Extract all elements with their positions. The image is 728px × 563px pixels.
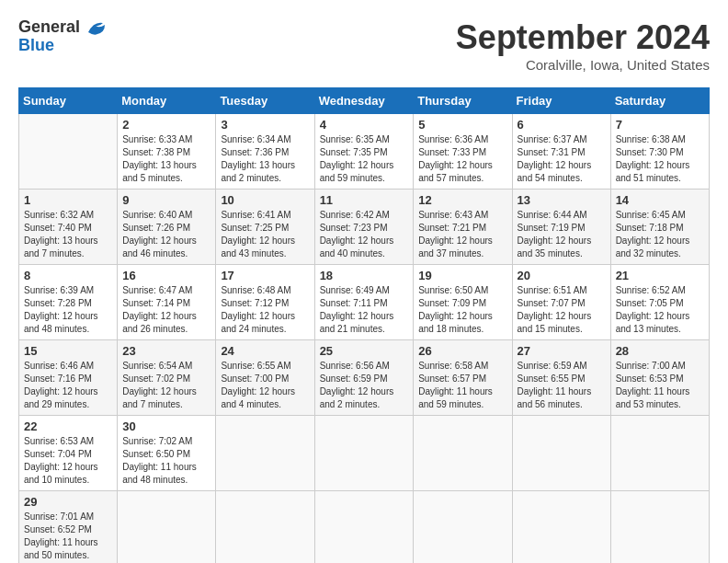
calendar-cell: 4Sunrise: 6:35 AM Sunset: 7:35 PM Daylig…: [314, 114, 414, 190]
day-number: 7: [616, 118, 704, 132]
day-info: Sunrise: 6:39 AM Sunset: 7:28 PM Dayligh…: [24, 284, 112, 336]
day-number: 9: [122, 193, 210, 207]
calendar-cell: [414, 416, 512, 491]
day-info: Sunrise: 6:32 AM Sunset: 7:40 PM Dayligh…: [24, 209, 112, 260]
calendar-cell: 10Sunrise: 6:41 AM Sunset: 7:25 PM Dayli…: [216, 190, 314, 265]
calendar-header-row: Sunday Monday Tuesday Wednesday Thursday…: [19, 88, 710, 114]
calendar-cell: 28Sunrise: 7:00 AM Sunset: 6:53 PM Dayli…: [610, 340, 709, 416]
day-info: Sunrise: 6:35 AM Sunset: 7:35 PM Dayligh…: [320, 133, 409, 185]
calendar-cell: 26Sunrise: 6:58 AM Sunset: 6:57 PM Dayli…: [414, 340, 512, 416]
calendar-cell: 16Sunrise: 6:47 AM Sunset: 7:14 PM Dayli…: [118, 265, 216, 340]
calendar-cell: 5Sunrise: 6:36 AM Sunset: 7:33 PM Daylig…: [414, 114, 512, 190]
day-number: 10: [221, 193, 309, 207]
day-info: Sunrise: 6:45 AM Sunset: 7:18 PM Dayligh…: [616, 209, 704, 260]
header-friday: Friday: [512, 88, 610, 114]
day-info: Sunrise: 6:50 AM Sunset: 7:09 PM Dayligh…: [418, 284, 506, 336]
title-area: September 2024 Coralville, Iowa, United …: [456, 18, 710, 73]
day-info: Sunrise: 6:42 AM Sunset: 7:23 PM Dayligh…: [320, 209, 409, 260]
calendar-cell: 30Sunrise: 7:02 AM Sunset: 6:50 PM Dayli…: [118, 416, 216, 491]
day-info: Sunrise: 6:52 AM Sunset: 7:05 PM Dayligh…: [616, 284, 704, 336]
calendar-cell: 7Sunrise: 6:38 AM Sunset: 7:30 PM Daylig…: [610, 114, 709, 190]
header: General Blue September 2024 Coralville, …: [18, 18, 710, 73]
day-number: 18: [320, 269, 409, 282]
logo-text: General Blue: [18, 18, 107, 55]
calendar-cell: [414, 491, 512, 564]
day-number: 26: [418, 344, 506, 358]
day-number: 21: [616, 269, 704, 282]
calendar-cell: 27Sunrise: 6:59 AM Sunset: 6:55 PM Dayli…: [512, 340, 610, 416]
logo-blue: Blue: [18, 37, 107, 55]
calendar-cell: 14Sunrise: 6:45 AM Sunset: 7:18 PM Dayli…: [610, 190, 709, 265]
header-sunday: Sunday: [19, 88, 118, 114]
day-info: Sunrise: 6:41 AM Sunset: 7:25 PM Dayligh…: [221, 209, 309, 260]
calendar-cell: [314, 491, 414, 564]
calendar-cell: [512, 416, 610, 491]
logo: General Blue: [18, 18, 107, 55]
calendar-cell: 9Sunrise: 6:40 AM Sunset: 7:26 PM Daylig…: [118, 190, 216, 265]
day-info: Sunrise: 6:36 AM Sunset: 7:33 PM Dayligh…: [418, 133, 506, 185]
calendar-cell: [610, 491, 709, 564]
calendar-cell: 21Sunrise: 6:52 AM Sunset: 7:05 PM Dayli…: [610, 265, 709, 340]
calendar-cell: 22Sunrise: 6:53 AM Sunset: 7:04 PM Dayli…: [19, 416, 118, 491]
calendar-row-0: 2Sunrise: 6:33 AM Sunset: 7:38 PM Daylig…: [19, 114, 710, 190]
calendar-cell: 18Sunrise: 6:49 AM Sunset: 7:11 PM Dayli…: [314, 265, 414, 340]
day-info: Sunrise: 6:48 AM Sunset: 7:12 PM Dayligh…: [221, 284, 309, 336]
day-number: 28: [616, 344, 704, 358]
day-number: 23: [122, 344, 210, 358]
calendar-cell: 20Sunrise: 6:51 AM Sunset: 7:07 PM Dayli…: [512, 265, 610, 340]
day-info: Sunrise: 6:49 AM Sunset: 7:11 PM Dayligh…: [320, 284, 409, 336]
calendar-cell: 1Sunrise: 6:32 AM Sunset: 7:40 PM Daylig…: [19, 190, 118, 265]
day-info: Sunrise: 7:00 AM Sunset: 6:53 PM Dayligh…: [616, 360, 704, 411]
calendar-cell: 29Sunrise: 7:01 AM Sunset: 6:52 PM Dayli…: [19, 491, 118, 564]
day-info: Sunrise: 6:47 AM Sunset: 7:14 PM Dayligh…: [122, 284, 210, 336]
calendar-cell: [118, 491, 216, 564]
calendar-cell: 8Sunrise: 6:39 AM Sunset: 7:28 PM Daylig…: [19, 265, 118, 340]
day-number: 15: [24, 344, 112, 358]
calendar-cell: 15Sunrise: 6:46 AM Sunset: 7:16 PM Dayli…: [19, 340, 118, 416]
day-number: 29: [24, 495, 112, 509]
day-number: 13: [518, 193, 606, 207]
day-number: 25: [320, 344, 409, 358]
day-number: 2: [122, 118, 210, 132]
day-info: Sunrise: 6:58 AM Sunset: 6:57 PM Dayligh…: [418, 360, 506, 411]
day-number: 8: [24, 269, 112, 282]
day-number: 3: [221, 118, 309, 132]
calendar-row-2: 8Sunrise: 6:39 AM Sunset: 7:28 PM Daylig…: [19, 265, 710, 340]
calendar-cell: 6Sunrise: 6:37 AM Sunset: 7:31 PM Daylig…: [512, 114, 610, 190]
day-number: 24: [221, 344, 309, 358]
calendar-cell: 25Sunrise: 6:56 AM Sunset: 6:59 PM Dayli…: [314, 340, 414, 416]
day-number: 11: [320, 193, 409, 207]
calendar-cell: [512, 491, 610, 564]
calendar-cell: 19Sunrise: 6:50 AM Sunset: 7:09 PM Dayli…: [414, 265, 512, 340]
logo-bird-icon: [86, 19, 107, 36]
calendar-cell: 11Sunrise: 6:42 AM Sunset: 7:23 PM Dayli…: [314, 190, 414, 265]
day-info: Sunrise: 6:46 AM Sunset: 7:16 PM Dayligh…: [24, 360, 112, 411]
calendar-row-3: 15Sunrise: 6:46 AM Sunset: 7:16 PM Dayli…: [19, 340, 710, 416]
day-info: Sunrise: 6:59 AM Sunset: 6:55 PM Dayligh…: [518, 360, 606, 411]
page-container: General Blue September 2024 Coralville, …: [18, 18, 710, 563]
day-number: 19: [418, 269, 506, 282]
day-info: Sunrise: 6:38 AM Sunset: 7:30 PM Dayligh…: [616, 133, 704, 185]
calendar-row-5: 29Sunrise: 7:01 AM Sunset: 6:52 PM Dayli…: [19, 491, 710, 564]
day-number: 20: [518, 269, 606, 282]
day-info: Sunrise: 6:33 AM Sunset: 7:38 PM Dayligh…: [122, 133, 210, 185]
calendar-table: Sunday Monday Tuesday Wednesday Thursday…: [18, 87, 710, 563]
header-wednesday: Wednesday: [314, 88, 414, 114]
header-thursday: Thursday: [414, 88, 512, 114]
day-info: Sunrise: 6:43 AM Sunset: 7:21 PM Dayligh…: [418, 209, 506, 260]
day-number: 14: [616, 193, 704, 207]
day-number: 12: [418, 193, 506, 207]
header-saturday: Saturday: [610, 88, 709, 114]
day-info: Sunrise: 6:44 AM Sunset: 7:19 PM Dayligh…: [518, 209, 606, 260]
day-info: Sunrise: 7:02 AM Sunset: 6:50 PM Dayligh…: [122, 435, 210, 487]
logo-general: General: [18, 18, 107, 37]
calendar-cell: [610, 416, 709, 491]
day-info: Sunrise: 7:01 AM Sunset: 6:52 PM Dayligh…: [24, 511, 112, 562]
calendar-cell: [314, 416, 414, 491]
calendar-row-1: 1Sunrise: 6:32 AM Sunset: 7:40 PM Daylig…: [19, 190, 710, 265]
day-info: Sunrise: 6:54 AM Sunset: 7:02 PM Dayligh…: [122, 360, 210, 411]
day-info: Sunrise: 6:56 AM Sunset: 6:59 PM Dayligh…: [320, 360, 409, 411]
calendar-cell: 24Sunrise: 6:55 AM Sunset: 7:00 PM Dayli…: [216, 340, 314, 416]
day-info: Sunrise: 6:51 AM Sunset: 7:07 PM Dayligh…: [518, 284, 606, 336]
location: Coralville, Iowa, United States: [456, 57, 710, 73]
